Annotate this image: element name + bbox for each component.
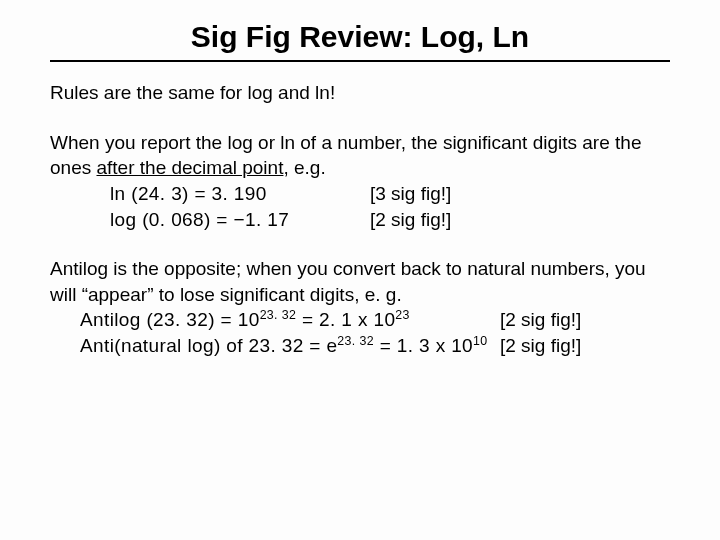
slide-title: Sig Fig Review: Log, Ln <box>50 20 670 54</box>
example-row: Anti(natural log) of 23. 32 = e23. 32 = … <box>80 333 670 359</box>
example-block: ln (24. 3) = 3. 190 [3 sig fig!] log (0.… <box>50 181 670 232</box>
underlined-phrase: after the decimal point <box>96 157 283 178</box>
sigfig-note: [2 sig fig!] <box>370 207 451 233</box>
antilog-text: Antilog is the opposite; when you conver… <box>50 256 670 307</box>
sigfig-note: [3 sig fig!] <box>370 181 451 207</box>
log-rule-paragraph: When you report the log or ln of a numbe… <box>50 130 670 233</box>
example-row: log (0. 068) = −1. 17 [2 sig fig!] <box>110 207 670 233</box>
text-fragment: , e.g. <box>283 157 325 178</box>
equation-log: log (0. 068) = −1. 17 <box>110 207 370 233</box>
slide-body: Rules are the same for log and ln! When … <box>50 80 670 359</box>
equation-ln: ln (24. 3) = 3. 190 <box>110 181 370 207</box>
sigfig-note: [2 sig fig!] <box>500 307 581 333</box>
sigfig-note: [2 sig fig!] <box>500 333 581 359</box>
example-block: Antilog (23. 32) = 1023. 32 = 2. 1 x 102… <box>50 307 670 358</box>
antilog-paragraph: Antilog is the opposite; when you conver… <box>50 256 670 359</box>
example-row: ln (24. 3) = 3. 190 [3 sig fig!] <box>110 181 670 207</box>
equation-antilog: Antilog (23. 32) = 1023. 32 = 2. 1 x 102… <box>80 307 500 333</box>
title-rule <box>50 60 670 62</box>
intro-line: Rules are the same for log and ln! <box>50 80 670 106</box>
example-row: Antilog (23. 32) = 1023. 32 = 2. 1 x 102… <box>80 307 670 333</box>
slide: Sig Fig Review: Log, Ln Rules are the sa… <box>0 0 720 540</box>
equation-antiln: Anti(natural log) of 23. 32 = e23. 32 = … <box>80 333 500 359</box>
